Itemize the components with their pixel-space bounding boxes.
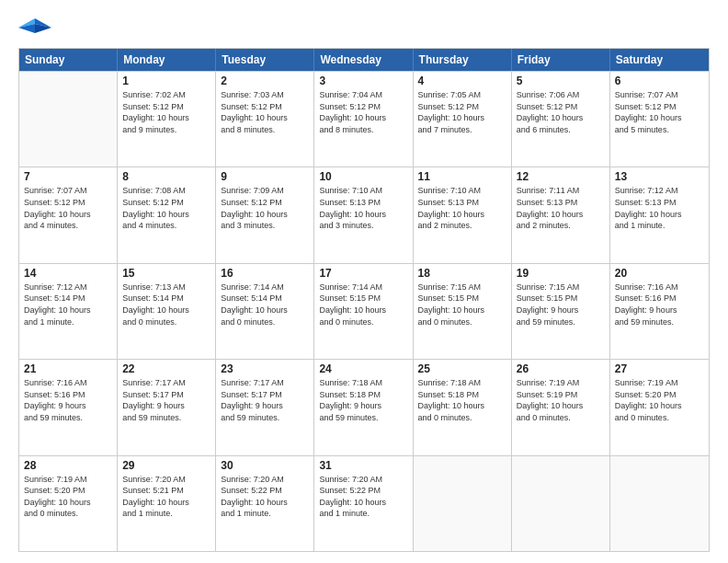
calendar-row: 7Sunrise: 7:07 AM Sunset: 5:12 PM Daylig…	[19, 167, 709, 262]
day-number: 13	[615, 170, 704, 183]
calendar-cell: 31Sunrise: 7:20 AM Sunset: 5:22 PM Dayli…	[314, 456, 413, 551]
calendar-cell: 17Sunrise: 7:14 AM Sunset: 5:15 PM Dayli…	[314, 264, 413, 359]
day-info: Sunrise: 7:13 AM Sunset: 5:14 PM Dayligh…	[122, 282, 210, 327]
day-info: Sunrise: 7:17 AM Sunset: 5:17 PM Dayligh…	[221, 377, 309, 423]
day-number: 10	[319, 170, 407, 183]
calendar-cell: 19Sunrise: 7:15 AM Sunset: 5:15 PM Dayli…	[512, 264, 610, 359]
calendar-cell: 16Sunrise: 7:14 AM Sunset: 5:14 PM Dayli…	[216, 264, 314, 359]
page-header	[18, 15, 710, 40]
day-info: Sunrise: 7:20 AM Sunset: 5:22 PM Dayligh…	[319, 474, 407, 520]
calendar-row: 14Sunrise: 7:12 AM Sunset: 5:14 PM Dayli…	[19, 263, 709, 359]
calendar-cell: 26Sunrise: 7:19 AM Sunset: 5:19 PM Dayli…	[512, 360, 610, 454]
day-number: 5	[517, 75, 605, 87]
day-number: 31	[319, 459, 407, 472]
calendar-header-cell: Friday	[512, 49, 610, 71]
day-info: Sunrise: 7:11 AM Sunset: 5:13 PM Dayligh…	[517, 185, 605, 231]
logo-bird-icon	[18, 15, 51, 40]
day-number: 29	[122, 459, 210, 472]
day-info: Sunrise: 7:14 AM Sunset: 5:14 PM Dayligh…	[221, 282, 309, 327]
day-info: Sunrise: 7:05 AM Sunset: 5:12 PM Dayligh…	[418, 89, 506, 135]
day-number: 15	[122, 267, 210, 280]
calendar-header-cell: Monday	[118, 49, 216, 71]
calendar: SundayMondayTuesdayWednesdayThursdayFrid…	[18, 48, 710, 552]
calendar-cell: 21Sunrise: 7:16 AM Sunset: 5:16 PM Dayli…	[19, 360, 118, 454]
day-number: 20	[615, 267, 704, 280]
calendar-cell: 12Sunrise: 7:11 AM Sunset: 5:13 PM Dayli…	[512, 167, 610, 262]
calendar-cell: 27Sunrise: 7:19 AM Sunset: 5:20 PM Dayli…	[610, 360, 709, 454]
day-number: 6	[615, 75, 704, 87]
day-info: Sunrise: 7:10 AM Sunset: 5:13 PM Dayligh…	[319, 185, 407, 231]
day-info: Sunrise: 7:16 AM Sunset: 5:16 PM Dayligh…	[24, 377, 112, 423]
day-info: Sunrise: 7:10 AM Sunset: 5:13 PM Dayligh…	[418, 185, 506, 231]
calendar-row: 28Sunrise: 7:19 AM Sunset: 5:20 PM Dayli…	[19, 455, 709, 551]
calendar-cell: 9Sunrise: 7:09 AM Sunset: 5:12 PM Daylig…	[216, 167, 314, 262]
calendar-cell: 3Sunrise: 7:04 AM Sunset: 5:12 PM Daylig…	[314, 72, 413, 167]
day-number: 21	[24, 362, 112, 375]
calendar-cell	[512, 456, 610, 551]
day-info: Sunrise: 7:07 AM Sunset: 5:12 PM Dayligh…	[615, 89, 704, 135]
day-info: Sunrise: 7:09 AM Sunset: 5:12 PM Dayligh…	[221, 185, 309, 231]
calendar-cell: 15Sunrise: 7:13 AM Sunset: 5:14 PM Dayli…	[118, 264, 216, 359]
day-info: Sunrise: 7:17 AM Sunset: 5:17 PM Dayligh…	[122, 377, 210, 423]
calendar-header-cell: Thursday	[414, 49, 512, 71]
calendar-cell: 5Sunrise: 7:06 AM Sunset: 5:12 PM Daylig…	[512, 72, 610, 167]
calendar-header-cell: Saturday	[610, 49, 709, 71]
calendar-row: 1Sunrise: 7:02 AM Sunset: 5:12 PM Daylig…	[19, 71, 709, 167]
day-info: Sunrise: 7:03 AM Sunset: 5:12 PM Dayligh…	[221, 89, 309, 135]
calendar-cell: 18Sunrise: 7:15 AM Sunset: 5:15 PM Dayli…	[414, 264, 512, 359]
day-info: Sunrise: 7:07 AM Sunset: 5:12 PM Dayligh…	[24, 185, 112, 231]
calendar-header-cell: Sunday	[19, 49, 118, 71]
day-info: Sunrise: 7:02 AM Sunset: 5:12 PM Dayligh…	[122, 89, 210, 135]
day-info: Sunrise: 7:14 AM Sunset: 5:15 PM Dayligh…	[319, 282, 407, 327]
calendar-cell: 28Sunrise: 7:19 AM Sunset: 5:20 PM Dayli…	[19, 456, 118, 551]
day-info: Sunrise: 7:20 AM Sunset: 5:22 PM Dayligh…	[221, 474, 309, 520]
calendar-cell: 4Sunrise: 7:05 AM Sunset: 5:12 PM Daylig…	[414, 72, 512, 167]
calendar-cell: 11Sunrise: 7:10 AM Sunset: 5:13 PM Dayli…	[414, 167, 512, 262]
calendar-header-cell: Tuesday	[216, 49, 314, 71]
calendar-cell: 7Sunrise: 7:07 AM Sunset: 5:12 PM Daylig…	[19, 167, 118, 262]
calendar-cell: 24Sunrise: 7:18 AM Sunset: 5:18 PM Dayli…	[314, 360, 413, 454]
day-number: 3	[319, 75, 407, 87]
day-info: Sunrise: 7:15 AM Sunset: 5:15 PM Dayligh…	[517, 282, 605, 327]
day-number: 11	[418, 170, 506, 183]
calendar-cell	[610, 456, 709, 551]
calendar-body: 1Sunrise: 7:02 AM Sunset: 5:12 PM Daylig…	[19, 71, 709, 551]
calendar-cell: 13Sunrise: 7:12 AM Sunset: 5:13 PM Dayli…	[610, 167, 709, 262]
day-number: 4	[418, 75, 506, 87]
calendar-header-cell: Wednesday	[314, 49, 413, 71]
calendar-cell: 10Sunrise: 7:10 AM Sunset: 5:13 PM Dayli…	[314, 167, 413, 262]
calendar-cell: 23Sunrise: 7:17 AM Sunset: 5:17 PM Dayli…	[216, 360, 314, 454]
day-number: 9	[221, 170, 309, 183]
calendar-cell: 20Sunrise: 7:16 AM Sunset: 5:16 PM Dayli…	[610, 264, 709, 359]
day-info: Sunrise: 7:19 AM Sunset: 5:20 PM Dayligh…	[24, 474, 112, 520]
day-number: 28	[24, 459, 112, 472]
calendar-cell: 30Sunrise: 7:20 AM Sunset: 5:22 PM Dayli…	[216, 456, 314, 551]
calendar-cell: 8Sunrise: 7:08 AM Sunset: 5:12 PM Daylig…	[118, 167, 216, 262]
day-number: 14	[24, 267, 112, 280]
calendar-row: 21Sunrise: 7:16 AM Sunset: 5:16 PM Dayli…	[19, 359, 709, 454]
day-number: 1	[122, 75, 210, 87]
day-info: Sunrise: 7:18 AM Sunset: 5:18 PM Dayligh…	[319, 377, 407, 423]
calendar-cell: 22Sunrise: 7:17 AM Sunset: 5:17 PM Dayli…	[118, 360, 216, 454]
day-number: 24	[319, 362, 407, 375]
day-number: 16	[221, 267, 309, 280]
day-number: 26	[517, 362, 605, 375]
day-number: 19	[517, 267, 605, 280]
day-info: Sunrise: 7:20 AM Sunset: 5:21 PM Dayligh…	[122, 474, 210, 520]
day-info: Sunrise: 7:19 AM Sunset: 5:20 PM Dayligh…	[615, 377, 704, 423]
day-info: Sunrise: 7:19 AM Sunset: 5:19 PM Dayligh…	[517, 377, 605, 423]
day-number: 30	[221, 459, 309, 472]
day-number: 8	[122, 170, 210, 183]
day-number: 22	[122, 362, 210, 375]
day-info: Sunrise: 7:18 AM Sunset: 5:18 PM Dayligh…	[418, 377, 506, 423]
calendar-cell: 6Sunrise: 7:07 AM Sunset: 5:12 PM Daylig…	[610, 72, 709, 167]
calendar-cell: 29Sunrise: 7:20 AM Sunset: 5:21 PM Dayli…	[118, 456, 216, 551]
day-info: Sunrise: 7:12 AM Sunset: 5:13 PM Dayligh…	[615, 185, 704, 231]
calendar-cell	[414, 456, 512, 551]
calendar-cell: 1Sunrise: 7:02 AM Sunset: 5:12 PM Daylig…	[118, 72, 216, 167]
day-number: 18	[418, 267, 506, 280]
day-info: Sunrise: 7:06 AM Sunset: 5:12 PM Dayligh…	[517, 89, 605, 135]
day-number: 27	[615, 362, 704, 375]
day-info: Sunrise: 7:12 AM Sunset: 5:14 PM Dayligh…	[24, 282, 112, 327]
day-number: 17	[319, 267, 407, 280]
